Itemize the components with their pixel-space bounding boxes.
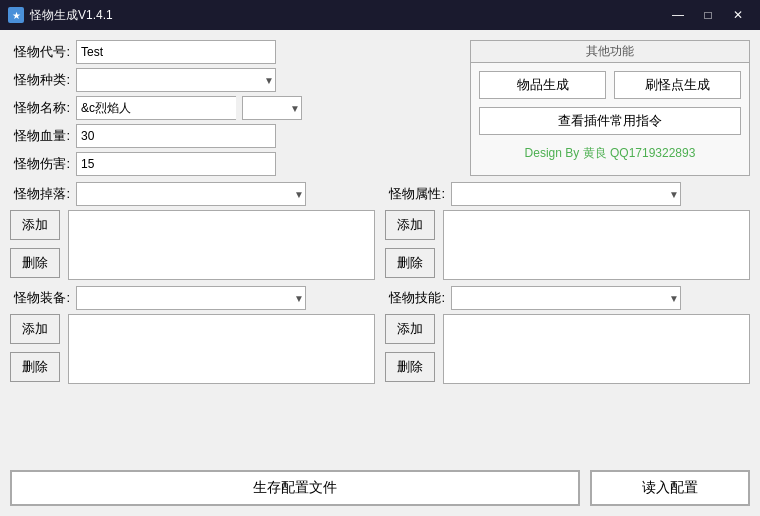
hp-input[interactable] [76, 124, 276, 148]
skill-row: 怪物技能: ▼ [385, 286, 750, 310]
equip-add-del: 添加 删除 [10, 314, 375, 384]
equip-select[interactable] [76, 286, 306, 310]
hp-row: 怪物血量: [10, 124, 460, 148]
id-input[interactable] [76, 40, 276, 64]
name-label: 怪物名称: [10, 99, 70, 117]
attr-btn-col: 添加 删除 [385, 210, 435, 280]
drops-section: 怪物掉落: ▼ 添加 删除 [10, 182, 375, 280]
equip-label: 怪物装备: [10, 289, 70, 307]
equip-delete-button[interactable]: 删除 [10, 352, 60, 382]
item-gen-button[interactable]: 物品生成 [479, 71, 606, 99]
dmg-row: 怪物伤害: [10, 152, 460, 176]
maximize-button[interactable]: □ [694, 5, 722, 25]
name-extra-select[interactable] [242, 96, 302, 120]
attr-select[interactable] [451, 182, 681, 206]
load-button[interactable]: 读入配置 [590, 470, 750, 506]
minimize-button[interactable]: — [664, 5, 692, 25]
middle-section: 怪物掉落: ▼ 添加 删除 怪物属性: [10, 182, 750, 280]
title-bar: ★ 怪物生成V1.4.1 — □ ✕ [0, 0, 760, 30]
left-form: 怪物代号: 怪物种类: ▼ 怪物名称: [10, 40, 460, 176]
type-select-wrapper: ▼ [76, 68, 276, 92]
drops-btn-col: 添加 删除 [10, 210, 60, 280]
footer: 生存配置文件 读入配置 [10, 464, 750, 506]
design-credit: Design By 黄良 QQ1719322893 [471, 139, 749, 168]
attr-list [443, 210, 750, 280]
drops-delete-button[interactable]: 删除 [10, 248, 60, 278]
dmg-label: 怪物伤害: [10, 155, 70, 173]
type-select[interactable] [76, 68, 276, 92]
skill-delete-button[interactable]: 删除 [385, 352, 435, 382]
close-button[interactable]: ✕ [724, 5, 752, 25]
name-extra-wrapper: ▼ [242, 96, 302, 120]
drops-row: 怪物掉落: ▼ [10, 182, 375, 206]
bottom-section: 怪物装备: ▼ 添加 删除 怪物技能: [10, 286, 750, 384]
top-section: 怪物代号: 怪物种类: ▼ 怪物名称: [10, 40, 750, 176]
skill-btn-col: 添加 删除 [385, 314, 435, 384]
hp-label: 怪物血量: [10, 127, 70, 145]
title-bar-left: ★ 怪物生成V1.4.1 [8, 7, 113, 24]
equip-btn-col: 添加 删除 [10, 314, 60, 384]
skill-add-del: 添加 删除 [385, 314, 750, 384]
attr-add-button[interactable]: 添加 [385, 210, 435, 240]
skill-add-button[interactable]: 添加 [385, 314, 435, 344]
id-row: 怪物代号: [10, 40, 460, 64]
skill-label: 怪物技能: [385, 289, 445, 307]
drops-select-wrapper: ▼ [76, 182, 306, 206]
drops-list [68, 210, 375, 280]
type-label: 怪物种类: [10, 71, 70, 89]
equip-add-button[interactable]: 添加 [10, 314, 60, 344]
spawn-gen-button[interactable]: 刷怪点生成 [614, 71, 741, 99]
id-label: 怪物代号: [10, 43, 70, 61]
equip-list [68, 314, 375, 384]
app-icon: ★ [8, 7, 24, 23]
panel-title: 其他功能 [471, 41, 749, 63]
equip-row: 怪物装备: ▼ [10, 286, 375, 310]
equip-section: 怪物装备: ▼ 添加 删除 [10, 286, 375, 384]
name-row: 怪物名称: ▼ [10, 96, 460, 120]
attr-select-wrapper: ▼ [451, 182, 681, 206]
attr-add-del: 添加 删除 [385, 210, 750, 280]
save-button[interactable]: 生存配置文件 [10, 470, 580, 506]
attr-label: 怪物属性: [385, 185, 445, 203]
drops-add-del: 添加 删除 [10, 210, 375, 280]
attr-delete-button[interactable]: 删除 [385, 248, 435, 278]
equip-select-wrapper: ▼ [76, 286, 306, 310]
drops-add-button[interactable]: 添加 [10, 210, 60, 240]
panel-top-buttons: 物品生成 刷怪点生成 [471, 63, 749, 107]
main-content: 怪物代号: 怪物种类: ▼ 怪物名称: [0, 30, 760, 516]
skill-list [443, 314, 750, 384]
dmg-input[interactable] [76, 152, 276, 176]
attr-section: 怪物属性: ▼ 添加 删除 [385, 182, 750, 280]
window-title: 怪物生成V1.4.1 [30, 7, 113, 24]
type-row: 怪物种类: ▼ [10, 68, 460, 92]
name-input[interactable] [76, 96, 236, 120]
skill-section: 怪物技能: ▼ 添加 删除 [385, 286, 750, 384]
skill-select[interactable] [451, 286, 681, 310]
skill-select-wrapper: ▼ [451, 286, 681, 310]
window-controls: — □ ✕ [664, 5, 752, 25]
attr-row: 怪物属性: ▼ [385, 182, 750, 206]
view-cmd-button[interactable]: 查看插件常用指令 [479, 107, 741, 135]
drops-label: 怪物掉落: [10, 185, 70, 203]
right-panel: 其他功能 物品生成 刷怪点生成 查看插件常用指令 Design By 黄良 QQ… [470, 40, 750, 176]
drops-select[interactable] [76, 182, 306, 206]
